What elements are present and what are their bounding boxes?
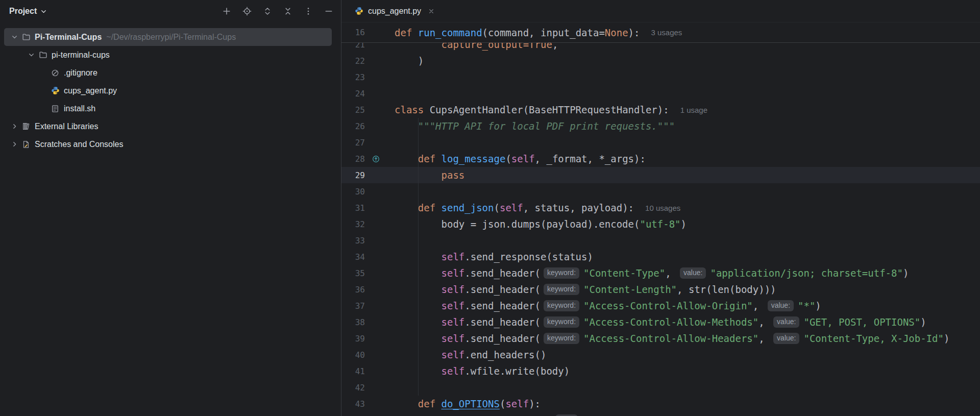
tree-item-gitignore[interactable]: .gitignore xyxy=(4,64,332,82)
editor-tab-cups-agent-py[interactable]: cups_agent.py xyxy=(341,0,444,22)
code-text: ) xyxy=(395,55,424,66)
code-token xyxy=(395,398,418,409)
code-line-40[interactable]: 40 self.end_headers() xyxy=(341,347,980,363)
line-number[interactable]: 40 xyxy=(341,350,365,360)
tree-item-label: .gitignore xyxy=(64,68,97,78)
line-number[interactable]: 29 xyxy=(341,170,365,180)
collapse-all-icon[interactable] xyxy=(283,6,293,16)
line-number[interactable]: 25 xyxy=(341,105,365,115)
code-line-43[interactable]: 43 def do_OPTIONS(self): xyxy=(341,396,980,412)
folder-icon xyxy=(38,51,47,60)
code-line-26[interactable]: 26 """HTTP API for local PDF print reque… xyxy=(341,118,980,134)
code-token: """HTTP API for local PDF print requests… xyxy=(418,120,675,132)
code-line-42[interactable]: 42 xyxy=(341,379,980,396)
code-line-24[interactable]: 24 xyxy=(341,85,980,102)
code-token: .send_header( xyxy=(464,316,541,328)
code-token: , status, payload): xyxy=(523,202,634,213)
line-number[interactable]: 42 xyxy=(341,383,365,393)
code-line-35[interactable]: 35 self.send_header(keyword:"Content-Typ… xyxy=(341,265,980,281)
code-line-44[interactable]: 44 self.send_response( xyxy=(341,412,980,416)
code-token: run_command xyxy=(418,27,482,38)
tree-item-external-libraries[interactable]: External Libraries xyxy=(4,117,332,135)
line-number[interactable]: 23 xyxy=(341,72,365,82)
code-line-37[interactable]: 37 self.send_header(keyword:"Access-Cont… xyxy=(341,298,980,314)
line-number[interactable]: 26 xyxy=(341,121,365,131)
project-panel-title[interactable]: Project xyxy=(9,7,47,16)
sticky-context-line[interactable]: 16def run_command(command, input_data=No… xyxy=(341,22,980,42)
code-line-29[interactable]: 29 pass xyxy=(341,167,980,183)
code-line-31[interactable]: 31 def send_json(self, status, payload):… xyxy=(341,200,980,216)
override-method-icon[interactable] xyxy=(372,155,380,163)
code-token: class xyxy=(395,104,430,115)
parameter-hint-chip: value: xyxy=(680,267,706,279)
code-line-28[interactable]: 28 def log_message(self, _format, *_args… xyxy=(341,151,980,167)
code-token: ) xyxy=(944,333,949,344)
code-token: "GET, POST, OPTIONS" xyxy=(803,316,920,328)
chevron-down-icon[interactable] xyxy=(9,32,19,42)
line-number[interactable]: 30 xyxy=(341,187,365,197)
python-icon xyxy=(51,86,60,95)
add-icon[interactable] xyxy=(222,6,232,16)
code-line-34[interactable]: 34 self.send_response(status) xyxy=(341,249,980,265)
expand-all-icon[interactable] xyxy=(262,6,273,16)
chevron-right-icon[interactable] xyxy=(9,139,19,150)
locate-file-icon[interactable] xyxy=(242,6,252,16)
code-line-38[interactable]: 38 self.send_header(keyword:"Access-Cont… xyxy=(341,314,980,330)
tree-item-cups-agent-py[interactable]: cups_agent.py xyxy=(4,82,332,100)
code-line-25[interactable]: 25class CupsAgentHandler(BaseHTTPRequest… xyxy=(341,102,980,118)
tree-item-pi-terminal-cups[interactable]: Pi-Terminal-Cups~/Dev/raspberrypi/Pi-Ter… xyxy=(4,28,332,46)
line-number[interactable]: 28 xyxy=(341,154,365,164)
line-number[interactable]: 24 xyxy=(341,89,365,99)
code-token: self xyxy=(442,300,465,311)
line-number[interactable]: 32 xyxy=(341,219,365,229)
line-number[interactable]: 43 xyxy=(341,399,365,409)
line-number[interactable]: 39 xyxy=(341,334,365,344)
hide-panel-icon[interactable] xyxy=(324,6,334,16)
line-number[interactable]: 34 xyxy=(341,252,365,262)
code-line-32[interactable]: 32 body = json.dumps(payload).encode("ut… xyxy=(341,216,980,232)
chevron-right-icon[interactable] xyxy=(9,121,19,132)
line-number[interactable]: 36 xyxy=(341,285,365,295)
more-options-icon[interactable] xyxy=(303,6,313,16)
tree-item-install-sh[interactable]: install.sh xyxy=(4,100,332,117)
line-number[interactable]: 33 xyxy=(341,236,365,246)
usages-inlay[interactable]: 3 usages xyxy=(651,28,682,37)
code-line-27[interactable]: 27 xyxy=(341,134,980,151)
chevron-down-icon[interactable] xyxy=(26,50,36,60)
code-text: self.send_header(keyword:"Access-Control… xyxy=(395,300,821,311)
tree-item-scratches-and-consoles[interactable]: Scratches and Consoles xyxy=(4,135,332,153)
code-token: ( xyxy=(500,398,505,409)
line-number[interactable]: 16 xyxy=(341,28,365,37)
code-line-30[interactable]: 30 xyxy=(341,183,980,200)
code-text: self.end_headers() xyxy=(395,349,546,360)
code-text: self.send_response(status) xyxy=(395,251,593,262)
ignored-file-icon xyxy=(51,68,60,78)
tree-item-label: pi-terminal-cups xyxy=(52,51,110,60)
gutter[interactable] xyxy=(365,155,395,163)
code-token: .send_response(status) xyxy=(464,251,593,262)
line-number[interactable]: 37 xyxy=(341,301,365,311)
usages-inlay[interactable]: 10 usages xyxy=(645,204,680,212)
tree-item-pi-terminal-cups[interactable]: pi-terminal-cups xyxy=(4,46,332,64)
usages-inlay[interactable]: 1 usage xyxy=(680,106,707,114)
parameter-hint-chip: keyword: xyxy=(544,333,579,344)
code-token: self xyxy=(442,267,465,279)
code-line-39[interactable]: 39 self.send_header(keyword:"Access-Cont… xyxy=(341,330,980,347)
close-icon[interactable] xyxy=(428,8,435,15)
line-number[interactable]: 31 xyxy=(341,203,365,213)
tree-item-label: Scratches and Consoles xyxy=(35,140,123,149)
editor-tab-label: cups_agent.py xyxy=(368,7,421,16)
code-line-41[interactable]: 41 self.wfile.write(body) xyxy=(341,363,980,379)
line-number[interactable]: 35 xyxy=(341,268,365,278)
sticky-context-header[interactable]: 16def run_command(command, input_data=No… xyxy=(341,22,980,43)
line-number[interactable]: 22 xyxy=(341,56,365,66)
code-line-23[interactable]: 23 xyxy=(341,69,980,85)
line-number[interactable]: 27 xyxy=(341,138,365,148)
line-number[interactable]: 38 xyxy=(341,317,365,327)
code-line-22[interactable]: 22 ) xyxy=(341,53,980,69)
code-line-33[interactable]: 33 xyxy=(341,232,980,249)
code-token: self xyxy=(442,284,465,295)
code-token: "*" xyxy=(798,300,815,311)
line-number[interactable]: 41 xyxy=(341,366,365,376)
code-line-36[interactable]: 36 self.send_header(keyword:"Content-Len… xyxy=(341,281,980,298)
